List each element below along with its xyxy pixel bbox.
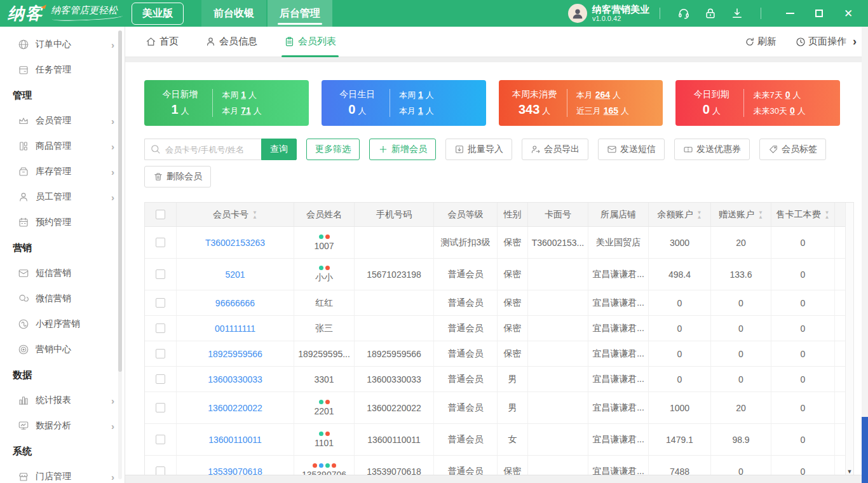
tab-home[interactable]: 首页 [146,27,179,57]
sort-asc-icon[interactable]: ▲ [758,215,763,219]
subrow-value-link[interactable]: 1 [418,105,423,116]
cell-phone [355,290,434,315]
sort-icons[interactable]: ▼▲ [697,210,702,219]
page-ops-button[interactable]: 页面操作 [796,36,846,48]
row-checkbox[interactable] [156,238,165,247]
horizontal-scrollbar[interactable] [125,475,862,483]
row-checkbox[interactable] [156,269,165,279]
column-header-label: 余额账户 [658,209,693,221]
download-icon[interactable] [731,7,743,20]
cell-card_face [528,424,588,455]
maximize-button[interactable] [808,4,830,22]
member-card-link[interactable]: T36002153263 [205,238,265,248]
scroll-down-arrow-icon[interactable]: ▼ [846,468,853,475]
sidebar-item-inventory[interactable]: 库存管理› [0,159,125,184]
tab-member-list[interactable]: 会员列表 [284,27,336,57]
sidebar-section-label: 数据 [13,369,32,381]
page-scrollbar[interactable] [862,27,868,483]
cell-value: 女 [508,434,517,446]
avatar[interactable] [568,4,587,23]
row-checkbox[interactable] [156,298,165,308]
headset-icon[interactable] [677,7,690,20]
member-tag-button[interactable]: 会员标签 [759,139,826,160]
sidebar-item-marketing-center[interactable]: 营销中心 [0,337,125,362]
subrow-value-link[interactable]: 165 [604,105,618,116]
tab-front-cashier[interactable]: 前台收银 [201,0,266,27]
sidebar-item-miniprogram-marketing[interactable]: 小程序营销 [0,311,125,337]
member-card-link[interactable]: 13600220022 [208,403,262,413]
cell-value: 20 [736,238,746,248]
member-card-link[interactable]: 18925959566 [208,349,262,359]
chevron-right-icon[interactable]: › [853,35,857,48]
member-card-link[interactable]: 13600110011 [208,435,262,445]
tab-member-info[interactable]: 会员信息 [205,27,257,57]
sidebar-item-staff[interactable]: 员工管理› [0,184,125,210]
column-header-1[interactable]: 会员卡号▼▲ [177,203,294,226]
sort-asc-icon[interactable]: ▲ [252,215,257,219]
status-dot-red [325,400,330,404]
sidebar-item-stores[interactable]: 门店管理› [0,464,125,483]
close-button[interactable]: ✕ [837,4,859,22]
cell-value: 宜昌谦谦君... [592,348,644,360]
send-sms-button[interactable]: 发送短信 [598,139,665,160]
sort-icons[interactable]: ▼▲ [252,210,257,219]
column-header-4: 会员等级 [434,203,498,226]
table-scrollbar[interactable]: ▼ [845,203,853,483]
row-checkbox[interactable] [156,374,165,384]
row-checkbox[interactable] [156,435,165,444]
sidebar-scrollbar[interactable] [118,31,122,479]
batch-import-button[interactable]: 批量导入 [445,139,512,160]
subrow-value-link[interactable]: 1 [241,90,246,100]
sort-asc-icon[interactable]: ▲ [697,215,702,219]
sort-asc-icon[interactable]: ▲ [825,215,830,219]
cell-fee: 0 [771,392,835,423]
sidebar-item-wechat-marketing[interactable]: 微信营销 [0,286,125,311]
column-header-10[interactable]: 售卡工本费▼▲ [771,203,835,226]
search-input[interactable] [144,139,261,160]
lock-icon[interactable] [704,7,717,20]
row-checkbox[interactable] [156,323,165,333]
row-checkbox-cell [145,424,177,455]
row-checkbox[interactable] [156,403,165,412]
page-scrollbar-thumb[interactable] [862,417,868,483]
sidebar-item-tasks[interactable]: 任务管理 [0,57,125,83]
subrow-value-link[interactable]: 264 [595,90,610,100]
minimize-button[interactable] [779,4,801,22]
member-card-link[interactable]: 5201 [225,269,245,280]
more-filter-button[interactable]: 更多筛选 [306,139,360,160]
cell-value: 0 [738,323,743,334]
subrow-unit: 人 [797,106,806,116]
member-card-link[interactable]: 13600330033 [208,374,262,384]
sort-icons[interactable]: ▼▲ [825,210,830,219]
sidebar-item-appointments[interactable]: 预约管理 [0,210,125,235]
sidebar-item-sms-marketing[interactable]: 短信营销 [0,261,125,286]
subrow-value-link[interactable]: 1 [418,90,423,100]
member-export-button[interactable]: 会员导出 [522,139,588,160]
search-box: 查询 [144,139,297,160]
delete-member-button[interactable]: 删除会员 [144,166,211,187]
sidebar-item-orders[interactable]: 订单中心› [0,32,125,57]
add-member-button[interactable]: 新增会员 [369,139,436,160]
subrow-value-link[interactable]: 0 [785,90,790,100]
tab-backend-manage[interactable]: 后台管理 [268,0,332,27]
column-header-9[interactable]: 赠送账户▼▲ [711,203,771,226]
member-card-link[interactable]: 96666666 [215,298,255,308]
sidebar-item-reports[interactable]: 统计报表› [0,388,125,413]
refresh-button[interactable]: 刷新 [745,36,776,48]
member-card-link[interactable]: 001111111 [215,323,255,334]
account-info[interactable]: 纳客营销美业 v1.0.0.42 [568,4,649,23]
sidebar-item-members[interactable]: 会员管理› [0,108,125,133]
sidebar-item-products[interactable]: 商品管理› [0,133,125,159]
sidebar-item-analysis[interactable]: 数据分析› [0,413,125,439]
select-all-checkbox[interactable] [156,210,165,219]
row-checkbox[interactable] [156,349,165,358]
subrow-value-link[interactable]: 71 [241,105,251,116]
sort-icons[interactable]: ▼▲ [758,210,763,219]
query-button[interactable]: 查询 [261,139,297,160]
send-coupon-button[interactable]: 发送优惠券 [674,139,750,160]
edition-button[interactable]: 美业版 [132,3,184,25]
row-checkbox-cell [145,367,177,391]
subrow-value-link[interactable]: 0 [790,105,795,116]
subrow-unit: 人 [426,106,434,116]
column-header-8[interactable]: 余额账户▼▲ [649,203,711,226]
